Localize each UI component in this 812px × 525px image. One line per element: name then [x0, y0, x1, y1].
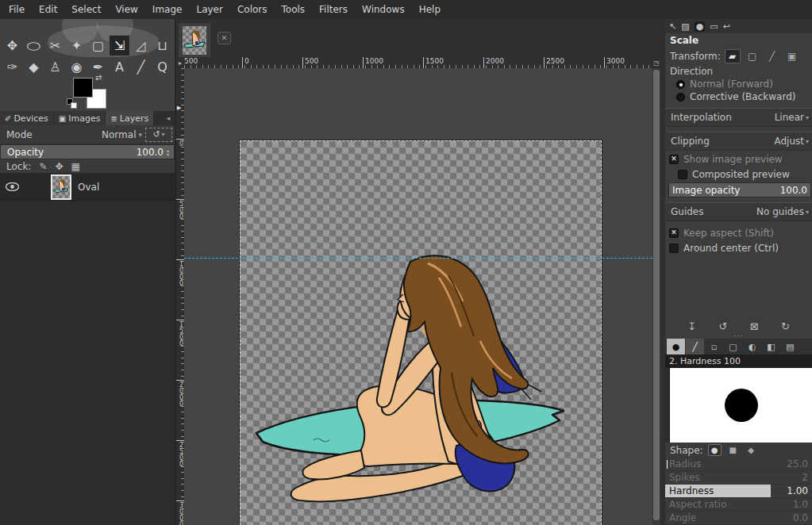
paintbrush-tool-button[interactable]: ✑	[2, 56, 23, 78]
dock-resize-handle[interactable]: ···	[665, 333, 812, 339]
mode-value[interactable]: Normal	[102, 129, 136, 140]
layer-row-oval[interactable]: Oval	[0, 174, 175, 201]
transform-path-button[interactable]: ╱	[764, 49, 780, 63]
menu-filters[interactable]: Filters	[312, 1, 355, 18]
guides-dropdown[interactable]: Guides No guides ▾	[665, 202, 812, 221]
patterns-tab[interactable]: ▢	[724, 339, 742, 354]
zoom-fit-toggle-button[interactable]: ◳	[652, 57, 660, 68]
smudge-tool-button[interactable]: ◉	[66, 56, 87, 78]
transform-selection-button[interactable]: ▢	[745, 49, 760, 63]
blend-space-dropdown[interactable]: ↺ ▾	[145, 128, 172, 142]
lock-pixels-icon[interactable]: ✎	[39, 161, 47, 172]
brush-editor-tab[interactable]: ╱	[686, 339, 704, 354]
layer-name: Oval	[78, 182, 99, 193]
canvas-viewport[interactable]	[184, 68, 652, 525]
zoom-tool-button[interactable]: Q	[152, 56, 173, 78]
tool-options-tab-icon[interactable]: ↖	[669, 21, 676, 32]
scale-tool-button[interactable]: ⇲	[109, 35, 130, 56]
mode-label: Mode	[6, 129, 102, 140]
reset-options-icon[interactable]: ↻	[781, 320, 790, 332]
ellipse-select-tool-button[interactable]: ◯	[23, 35, 44, 56]
restore-options-icon[interactable]: ↺	[718, 320, 727, 332]
clipping-dropdown[interactable]: Clipping Adjust ▾	[665, 132, 812, 151]
tab-devices[interactable]: ✐ Devices	[0, 111, 54, 125]
angle-slider[interactable]: Angle 0.0	[665, 512, 812, 525]
direction-normal-option[interactable]: Normal (Forward)	[665, 78, 812, 90]
tab-images[interactable]: ▣ Images	[54, 111, 106, 125]
image-opacity-slider[interactable]: Image opacity 100.0	[668, 182, 811, 197]
scissors-icon: ✂	[50, 40, 60, 52]
ruler-corner-menu-button[interactable]: ▸	[176, 57, 184, 68]
chevron-down-icon: ▾	[138, 131, 142, 139]
menu-layer[interactable]: Layer	[189, 1, 229, 18]
foreground-color-swatch[interactable]	[73, 78, 93, 98]
menu-arrow-icon: ▸	[179, 59, 182, 67]
hardness-slider[interactable]: Hardness 1.00	[665, 485, 812, 498]
menu-view[interactable]: View	[108, 1, 144, 18]
horizontal-ruler[interactable]: 500050010001500200025003000	[184, 57, 652, 68]
lock-alpha-icon[interactable]: ▦	[71, 161, 80, 172]
menu-edit[interactable]: Edit	[32, 1, 64, 18]
undo-history-tab-icon[interactable]: ↩	[723, 21, 730, 32]
layer-opacity-slider[interactable]: Opacity 100.0 ▴ ▾	[0, 144, 175, 159]
interpolation-dropdown[interactable]: Interpolation Linear ▾	[665, 108, 812, 127]
save-options-icon[interactable]: ↧	[687, 320, 696, 332]
shape-square-button[interactable]: ■	[726, 444, 740, 456]
ruler-tick: 0	[242, 57, 249, 68]
delete-options-icon[interactable]: ⊠	[750, 320, 759, 332]
show-image-preview-checkbox[interactable]: ✕ Show image preview	[665, 152, 812, 166]
fuzzy-select-tool-button[interactable]: ✦	[66, 35, 87, 56]
interpolation-value: Linear	[775, 112, 804, 123]
menu-select[interactable]: Select	[64, 1, 108, 18]
brushes-tab[interactable]: ●	[667, 339, 685, 354]
free-select-tool-button[interactable]: ✂	[44, 35, 66, 56]
tab-menu-button[interactable]: ◂	[162, 111, 175, 125]
menu-help[interactable]: Help	[412, 1, 448, 18]
direction-corrective-option[interactable]: Corrective (Backward)	[665, 90, 812, 103]
text-tool-button[interactable]: A	[109, 56, 130, 78]
eraser-icon: ◆	[29, 61, 38, 74]
vertical-ruler[interactable]: ▶ 050010001500200025003000	[176, 68, 184, 525]
shape-diamond-button[interactable]: ◆	[745, 444, 758, 456]
aspect-ratio-slider[interactable]: Aspect ratio 1.0	[665, 498, 812, 512]
gradients-tab[interactable]: ▤	[781, 339, 799, 354]
color-picker-tool-button[interactable]: ╱	[130, 56, 152, 78]
histogram-tab-icon[interactable]: ▨	[681, 21, 689, 32]
menu-windows[interactable]: Windows	[355, 1, 412, 18]
toolbox: ✥ ◯ ✂ ✦ ▢ ⇲ ◿ ⊔ ✑ ◆ ♙ ◉ ✒ A ╱ Q ⇄	[0, 19, 175, 111]
fonts-tab[interactable]: ◧	[762, 339, 780, 354]
menu-colors[interactable]: Colors	[230, 1, 275, 18]
swap-colors-icon[interactable]: ⇄	[95, 73, 102, 82]
move-tool-button[interactable]: ✥	[2, 35, 23, 56]
device-status-tab-icon[interactable]: ▭	[710, 21, 718, 32]
transform-layer-button[interactable]: ▰	[725, 49, 741, 63]
mypaint-brushes-tab[interactable]: ▫	[705, 339, 723, 354]
transform-image-button[interactable]: ▣	[784, 49, 800, 63]
clone-tool-button[interactable]: ♙	[44, 56, 66, 78]
tab-layers[interactable]: ≣ Layers	[106, 111, 154, 125]
crop-tool-button[interactable]: ▢	[87, 35, 109, 56]
menu-image[interactable]: Image	[145, 1, 190, 18]
shear-tool-button[interactable]: ◿	[130, 35, 152, 56]
radius-slider[interactable]: Radius 25.0	[665, 458, 812, 471]
around-center-checkbox[interactable]: Around center (Ctrl)	[665, 241, 812, 255]
spikes-slider[interactable]: Spikes 2	[665, 471, 812, 485]
horizontal-guide[interactable]	[184, 258, 652, 259]
menu-tools[interactable]: Tools	[275, 1, 313, 18]
vertical-scrollbar[interactable]	[652, 68, 660, 525]
opacity-spinner[interactable]: ▴ ▾	[164, 146, 172, 159]
layer-visibility-toggle[interactable]	[0, 182, 24, 191]
selection-editor-tab-icon[interactable]: ●	[695, 21, 706, 32]
menu-file[interactable]: File	[2, 1, 32, 18]
palettes-tab[interactable]: ◐	[743, 339, 761, 354]
vertical-scrollbar-thumb[interactable]	[653, 70, 660, 520]
keep-aspect-checkbox[interactable]: ✕ Keep aspect (Shift)	[665, 226, 812, 240]
bucket-fill-tool-button[interactable]: ⊔	[152, 35, 173, 56]
close-image-button[interactable]: ✕	[217, 32, 231, 44]
layer-boundary[interactable]	[240, 140, 602, 525]
lock-position-icon[interactable]: ✥	[55, 161, 63, 172]
composited-preview-checkbox[interactable]: Composited preview	[665, 167, 812, 181]
eraser-tool-button[interactable]: ◆	[23, 56, 44, 78]
shape-circle-button[interactable]: ●	[708, 444, 722, 456]
image-tab[interactable]	[179, 23, 210, 57]
